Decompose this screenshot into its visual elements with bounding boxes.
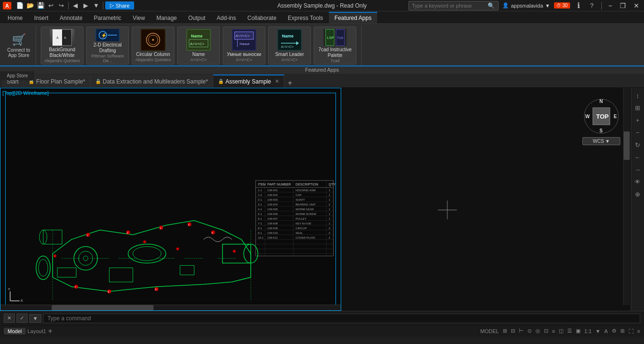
tab-view[interactable]: View xyxy=(127,12,151,23)
walk-tool[interactable]: ⊕ xyxy=(632,188,644,200)
tab-insert[interactable]: Insert xyxy=(28,12,54,23)
ortho-icon[interactable]: ⊢ xyxy=(519,328,524,334)
app-smart-leader[interactable]: Name A>V>C> Smart Leader A>V>C> xyxy=(268,27,311,65)
redo-icon[interactable]: ↪ xyxy=(57,1,66,10)
cad-canvas[interactable]: [Top][2D Wireframe] ITEM PART NUMBER DES… xyxy=(0,88,341,311)
workspace-icon[interactable]: ⚙ xyxy=(612,328,617,334)
add-layout-button[interactable]: + xyxy=(48,327,52,335)
app-umnie[interactable]: A>V>C> Умные Умные выноски A>V>C> xyxy=(223,27,265,65)
snap-icon[interactable]: ⊟ xyxy=(511,328,515,334)
hscroll-thumb xyxy=(52,305,154,310)
app-name-circ: Circular Column xyxy=(136,52,170,57)
customize-icon[interactable]: ≡ xyxy=(637,328,640,334)
cmd-cancel[interactable]: ✕ xyxy=(4,314,15,323)
svg-point-128 xyxy=(143,241,146,243)
connect-appstore-button[interactable]: 🛒 Connect to App Store xyxy=(2,26,36,65)
tab-assembly-sample[interactable]: 🔒 Assembly Sample ✕ xyxy=(213,74,284,87)
pan-right-tool[interactable]: → xyxy=(632,164,644,175)
info-icon[interactable]: ℹ xyxy=(574,1,583,10)
dropdown-icon[interactable]: ▼ xyxy=(91,1,101,10)
transparency-icon[interactable]: ◫ xyxy=(559,328,563,334)
tab-featured-apps[interactable]: Featured Apps xyxy=(329,12,377,23)
cmd-dropdown[interactable]: ▼ xyxy=(29,314,41,323)
svg-text:4-1: 4-1 xyxy=(258,208,262,211)
anno-icon[interactable]: A xyxy=(604,328,608,334)
vscroll-thumb xyxy=(624,131,630,160)
zoom-extents-tool[interactable]: ⊞ xyxy=(632,102,644,113)
share-label: Share xyxy=(116,3,129,9)
svg-text:2-1: 2-1 xyxy=(258,198,262,201)
app-thumb-name1: Name A>V>C> xyxy=(186,29,211,51)
tab-close-assembly[interactable]: ✕ xyxy=(275,78,279,84)
user-info[interactable]: 👤 appsmalavida ▼ xyxy=(502,2,550,9)
qprop-icon[interactable]: ☰ xyxy=(567,328,572,334)
lineweight-icon[interactable]: ≡ xyxy=(552,328,555,334)
share-button[interactable]: ▷ Share xyxy=(105,1,134,9)
orbit-tool[interactable]: ↻ xyxy=(632,139,644,150)
tab-parametric[interactable]: Parametric xyxy=(88,12,127,23)
app-name1[interactable]: Name A>V>C> Name A>V>C> xyxy=(177,27,220,65)
nav-cube[interactable]: N S E W TOP xyxy=(582,97,620,135)
svg-point-11 xyxy=(152,39,154,41)
clock-value: 30 xyxy=(562,3,568,8)
svg-text:109-008: 109-008 xyxy=(267,222,278,225)
wcs-button[interactable]: WCS ▼ xyxy=(582,137,620,145)
dynmode-icon[interactable]: ⊡ xyxy=(544,328,548,334)
app-thumb-7cad: LSP 7cd xyxy=(323,29,347,46)
horizontal-scrollbar[interactable] xyxy=(0,305,341,310)
forward-icon[interactable]: ▶ xyxy=(81,1,91,10)
tab-manage[interactable]: Manage xyxy=(151,12,182,23)
minimize-button[interactable]: − xyxy=(607,2,614,9)
svg-text:2: 2 xyxy=(127,232,128,234)
tab-home[interactable]: Home xyxy=(2,12,28,23)
add-tab-button[interactable]: + xyxy=(284,79,296,87)
app-store-label[interactable]: App Store xyxy=(7,73,27,78)
cmd-confirm[interactable]: ✓ xyxy=(17,314,27,323)
tab-annotate[interactable]: Annotate xyxy=(54,12,88,23)
app-background-bw[interactable]: A A BackGround Black/White Alejandro Qui… xyxy=(41,27,83,65)
layout1-tab[interactable]: Layout1 xyxy=(27,328,46,334)
grid-icon[interactable]: ⊞ xyxy=(503,328,507,334)
close-button[interactable]: ✕ xyxy=(632,2,641,9)
fullscreen-icon[interactable]: ⛶ xyxy=(628,328,634,334)
look-tool[interactable]: 👁 xyxy=(632,176,644,187)
osnap-icon[interactable]: ◎ xyxy=(535,328,540,334)
search-bar[interactable]: 🔍 xyxy=(408,1,499,10)
scale-dropdown[interactable]: ▼ xyxy=(595,328,600,334)
tab-data-extraction[interactable]: 🔒 Data Extraction and Multileaders Sampl… xyxy=(91,74,213,87)
svg-text:A>V>C>: A>V>C> xyxy=(190,42,205,46)
zoom-in-tool[interactable]: + xyxy=(632,114,644,126)
save-icon[interactable]: 💾 xyxy=(36,1,45,10)
new-icon[interactable]: 📄 xyxy=(15,1,25,10)
svg-text:E: E xyxy=(614,114,617,119)
help-icon[interactable]: ? xyxy=(587,1,597,10)
selection-icon[interactable]: ▣ xyxy=(576,328,581,334)
statusbar-right: MODEL ⊞ ⊟ ⊢ ⊙ ◎ ⊡ ≡ ◫ ☰ ▣ 1:1 ▼ A ⚙ ⊞ ⛶ … xyxy=(481,328,641,334)
pan-left-tool[interactable]: ← xyxy=(632,151,644,163)
zoom-out-tool[interactable]: − xyxy=(632,127,644,138)
back-icon[interactable]: ◀ xyxy=(71,1,80,10)
pan-tool[interactable]: ↕ xyxy=(632,90,644,101)
app-circular-column[interactable]: Circular Column Alejandro Quintero xyxy=(132,27,174,65)
wcs-label: WCS ▼ xyxy=(593,139,610,144)
app-7cad[interactable]: LSP 7cd 7cad Instructive Palette 7cad xyxy=(314,27,356,65)
name1-preview: Name A>V>C> xyxy=(187,30,210,50)
undo-icon[interactable]: ↩ xyxy=(46,1,56,10)
search-icon[interactable]: 🔍 xyxy=(488,2,495,9)
app-electrical[interactable]: ⚡ 2-D Electrical Drafting Pittman Softwa… xyxy=(86,27,129,65)
model-tab[interactable]: Model xyxy=(4,328,26,335)
svg-text:KEY 8x7x30: KEY 8x7x30 xyxy=(296,222,311,225)
tab-express-tools[interactable]: Express Tools xyxy=(282,12,328,23)
command-input[interactable] xyxy=(43,314,640,323)
polar-icon[interactable]: ⊙ xyxy=(527,328,532,334)
autocad-logo: A xyxy=(3,2,11,9)
tab-collaborate[interactable]: Collaborate xyxy=(242,12,282,23)
restore-button[interactable]: ❐ xyxy=(618,2,628,9)
tab-assembly-label: Assembly Sample xyxy=(226,78,271,85)
tab-addins[interactable]: Add-ins xyxy=(211,12,242,23)
search-input[interactable] xyxy=(412,3,488,9)
vertical-scrollbar[interactable] xyxy=(623,88,630,305)
ui-icon[interactable]: ⊞ xyxy=(620,328,625,334)
open-icon[interactable]: 📂 xyxy=(26,1,35,10)
tab-output[interactable]: Output xyxy=(182,12,211,23)
